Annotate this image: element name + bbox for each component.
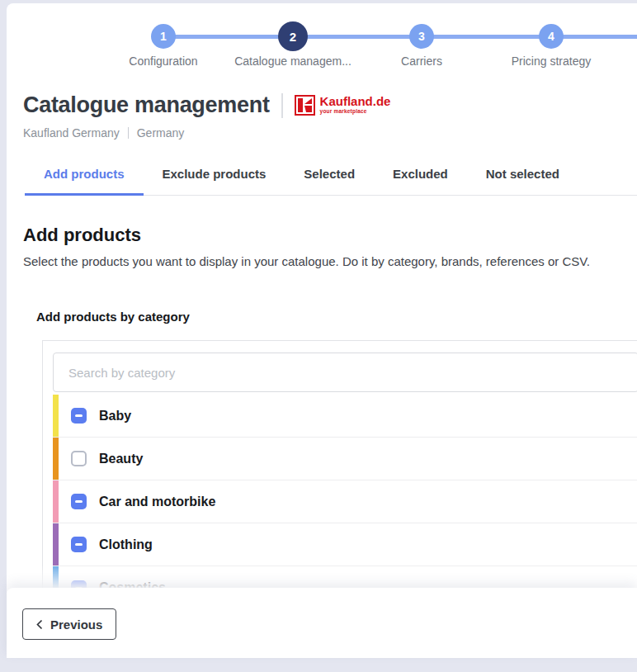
title-divider	[281, 93, 283, 118]
page-title: Catalogue management	[23, 92, 270, 118]
stepper-track	[163, 35, 637, 39]
kaufland-logo-name: Kaufland.de	[320, 95, 391, 108]
wizard-stepper: 1 Configuration 2 Catalogue managem... 3…	[7, 3, 637, 83]
page-header: Catalogue management Kaufland.de your ma…	[23, 92, 637, 140]
checkbox-unchecked-icon[interactable]	[71, 451, 87, 466]
minus-icon	[75, 543, 83, 546]
step-2-label: Catalogue managem...	[227, 54, 359, 68]
tab-excluded[interactable]: Excluded	[374, 156, 467, 196]
step-3-circle: 3	[409, 24, 434, 49]
subtitle-divider	[128, 127, 129, 139]
merchant-name: Kaufland Germany	[23, 126, 120, 140]
category-row-car-and-motorbike[interactable]: Car and motorbike	[53, 480, 637, 523]
checkbox-indeterminate-icon[interactable]	[71, 494, 87, 509]
kaufland-logo-tagline: your marketplace	[320, 108, 391, 114]
wizard-card: 1 Configuration 2 Catalogue managem... 3…	[7, 3, 637, 658]
category-label: Car and motorbike	[99, 495, 215, 509]
category-search-input[interactable]	[53, 353, 637, 392]
kaufland-logo: Kaufland.de your marketplace	[295, 95, 391, 116]
category-subheading: Add products by category	[36, 310, 637, 324]
previous-button[interactable]: Previous	[22, 608, 116, 640]
step-1-circle: 1	[151, 24, 176, 49]
category-list: Baby Beauty Car and motorbike	[53, 395, 637, 609]
wizard-footer: Previous	[7, 588, 637, 658]
step-1-label: Configuration	[97, 54, 229, 68]
step-3-label: Carriers	[356, 54, 488, 68]
section-description: Select the products you want to display …	[23, 254, 637, 268]
tab-add-products[interactable]: Add products	[25, 156, 144, 196]
category-row-beauty[interactable]: Beauty	[53, 438, 637, 480]
store-subtitle: Kaufland Germany Germany	[23, 126, 637, 140]
chevron-left-icon	[36, 619, 43, 630]
country-name: Germany	[137, 126, 185, 140]
category-color-bar	[53, 395, 59, 437]
category-label: Baby	[99, 409, 131, 424]
category-panel: Baby Beauty Car and motorbike	[42, 340, 637, 610]
previous-button-label: Previous	[50, 618, 102, 632]
category-color-bar	[53, 438, 59, 480]
step-4-label: Pricing strategy	[485, 54, 617, 68]
category-row-clothing[interactable]: Clothing	[53, 523, 637, 566]
catalogue-tabs: Add products Exclude products Selected E…	[25, 156, 637, 196]
checkbox-indeterminate-icon[interactable]	[71, 408, 87, 424]
tab-selected[interactable]: Selected	[285, 156, 374, 196]
checkbox-indeterminate-icon[interactable]	[71, 537, 87, 552]
step-2-circle: 2	[278, 21, 308, 51]
category-label: Clothing	[99, 537, 153, 552]
kaufland-k-icon	[295, 95, 315, 116]
category-label: Beauty	[99, 452, 143, 466]
category-color-bar	[53, 480, 59, 523]
minus-icon	[75, 414, 83, 417]
tab-exclude-products[interactable]: Exclude products	[144, 156, 285, 196]
category-row-baby[interactable]: Baby	[53, 395, 637, 438]
step-4-circle: 4	[539, 24, 564, 49]
tab-not-selected[interactable]: Not selected	[467, 156, 578, 196]
category-color-bar	[53, 523, 59, 566]
section-heading: Add products	[23, 225, 637, 246]
minus-icon	[75, 500, 83, 503]
tab-content: Add products Select the products you wan…	[7, 225, 637, 610]
